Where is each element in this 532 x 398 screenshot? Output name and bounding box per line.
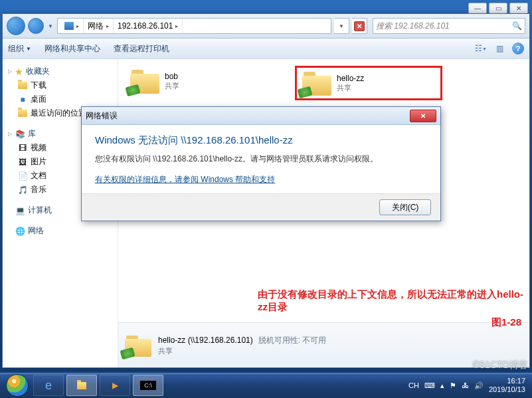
details-pane: hello-zz (\\192.168.26.101)脱机可用性: 不可用 共享 (118, 322, 529, 367)
keyboard-icon[interactable]: ⌨ (424, 381, 435, 390)
dialog-close-action[interactable]: 关闭(C) (379, 199, 431, 215)
folder-share-icon (302, 70, 331, 96)
details-type: 共享 (158, 346, 326, 356)
search-placeholder: 搜索 192.168.26.101 (376, 21, 450, 32)
refresh-dropdown[interactable]: ▼ (334, 18, 349, 34)
view-remote-printers[interactable]: 查看远程打印机 (114, 43, 169, 54)
folder-share-icon (130, 68, 159, 94)
system-tray: CH ⌨ ▴ ⚑ 🖧 🔊 16:172019/10/13 (408, 377, 528, 394)
dialog-titlebar[interactable]: 网络错误 ✕ (82, 107, 440, 125)
breadcrumb-ip: 192.168.26.101 (118, 21, 173, 31)
sidebar-item-desktop[interactable]: ■桌面 (5, 92, 115, 106)
search-input[interactable]: 搜索 192.168.26.101🔍 (373, 18, 525, 34)
ime-indicator[interactable]: CH (408, 381, 419, 389)
preview-pane-toggle[interactable]: ▥ (493, 43, 505, 54)
forward-button[interactable] (28, 18, 44, 34)
back-button[interactable] (7, 17, 25, 35)
network-share-center[interactable]: 网络和共享中心 (44, 43, 100, 54)
address-bar: ▼ ▸ 网络▸ 192.168.26.101▸ ▼ ✕ 搜索 192.168.2… (3, 14, 529, 39)
share-item-hello-zz[interactable]: hello-zz共享 (295, 66, 442, 100)
folder-share-icon (125, 334, 151, 357)
dialog-title-text: 网络错误 (86, 110, 410, 122)
details-name: hello-zz (158, 336, 185, 345)
share-item-bob[interactable]: bob共享 (125, 66, 268, 96)
taskbar-ie[interactable]: e (33, 375, 64, 396)
minimize-button[interactable]: — (468, 3, 487, 14)
watermark: ©51CTO博客 (473, 359, 528, 371)
taskbar: e ▶ C:\ CH ⌨ ▴ ⚑ 🖧 🔊 16:172019/10/13 (0, 373, 532, 398)
sidebar-favorites[interactable]: ▷★收藏夹 (5, 64, 115, 78)
dialog-message: 您没有权限访问 \\192.168.26.101\hello-zz。请与网络管理… (95, 153, 427, 165)
annotation-text: 由于没有修改目录的上下文信息，所以无法正常的进入hello-zz目录 (258, 288, 529, 314)
organize-menu[interactable]: 组织 ▼ (8, 43, 31, 54)
sidebar-network[interactable]: ▷🌐网络 (5, 224, 115, 238)
volume-icon[interactable]: 🔊 (474, 381, 484, 390)
clock[interactable]: 16:172019/10/13 (489, 377, 525, 394)
windows-orb-icon (6, 374, 29, 397)
dialog-close-button[interactable]: ✕ (410, 110, 436, 122)
details-path: (\\192.168.26.101) (188, 336, 253, 345)
window-controls: — ▭ ✕ (468, 3, 528, 14)
command-bar: 组织 ▼ 网络和共享中心 查看远程打印机 ☷ ▼ ▥ ? (3, 39, 529, 59)
tray-chevron[interactable]: ▴ (440, 381, 444, 390)
taskbar-mediaplayer[interactable]: ▶ (100, 375, 130, 396)
start-button[interactable] (4, 373, 31, 398)
help-button[interactable]: ? (512, 43, 524, 54)
search-icon: 🔍 (512, 21, 522, 31)
star-icon: ★ (15, 66, 23, 77)
taskbar-cmd[interactable]: C:\ (133, 375, 163, 396)
view-options[interactable]: ☷ ▼ (475, 43, 487, 54)
maximize-button[interactable]: ▭ (489, 3, 507, 14)
nav-history-dropdown[interactable]: ▼ (46, 19, 54, 33)
breadcrumb[interactable]: ▸ 网络▸ 192.168.26.101▸ (57, 18, 331, 34)
sidebar-item-downloads[interactable]: 下载 (5, 78, 115, 92)
network-tray-icon[interactable]: 🖧 (462, 381, 469, 389)
network-icon (64, 22, 74, 30)
desktop: — ▭ ✕ ▼ ▸ 网络▸ 192.168.26.101▸ ▼ ✕ 搜索 192… (0, 0, 532, 398)
close-button[interactable]: ✕ (509, 3, 528, 14)
taskbar-explorer[interactable] (66, 375, 97, 396)
dialog-heading: Windows 无法访问 \\192.168.26.101\hello-zz (95, 134, 427, 147)
breadcrumb-root: 网络 (88, 21, 104, 32)
figure-label: 图1-28 (491, 316, 521, 329)
stop-button[interactable]: ✕ (352, 18, 367, 34)
network-error-dialog: 网络错误 ✕ Windows 无法访问 \\192.168.26.101\hel… (81, 106, 441, 221)
action-center-icon[interactable]: ⚑ (450, 381, 456, 390)
dialog-help-link[interactable]: 有关权限的详细信息，请参阅 Windows 帮助和支持 (95, 175, 275, 184)
